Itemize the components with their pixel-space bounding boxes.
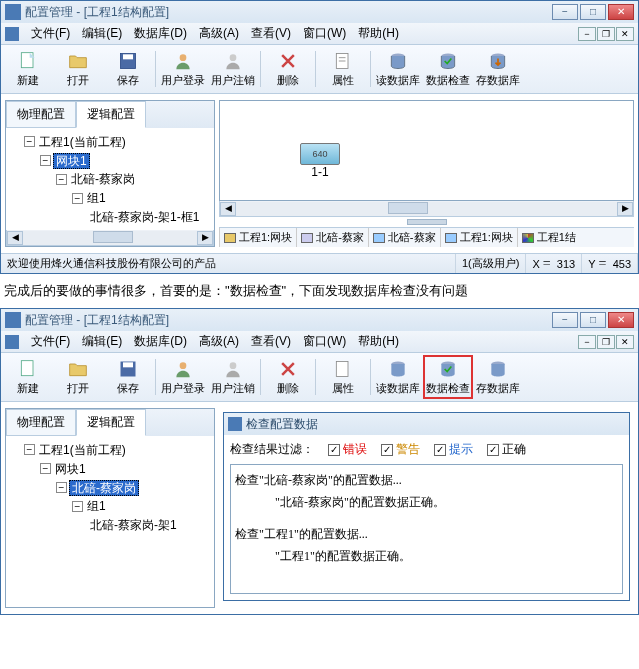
tree-site[interactable]: 北碚-蔡家岗 bbox=[69, 480, 139, 496]
tab-logical[interactable]: 逻辑配置 bbox=[76, 101, 146, 128]
save-button[interactable]: 保存 bbox=[103, 47, 153, 91]
filter-error[interactable]: ✓错误 bbox=[328, 441, 367, 458]
open-button[interactable]: 打开 bbox=[53, 47, 103, 91]
tab-physical[interactable]: 物理配置 bbox=[6, 101, 76, 128]
new-button[interactable]: 新建 bbox=[3, 47, 53, 91]
props-button[interactable]: 属性 bbox=[318, 47, 368, 91]
close-button[interactable]: ✕ bbox=[608, 4, 634, 20]
readdb-button[interactable]: 读数据库 bbox=[373, 47, 423, 91]
menu-help[interactable]: 帮助(H) bbox=[352, 25, 405, 42]
canvas-hscroll[interactable]: ◀ ▶ bbox=[219, 201, 634, 217]
menu-advanced[interactable]: 高级(A) bbox=[193, 333, 245, 350]
toolbar: 新建 打开 保存 用户登录 用户注销 删除 属性 读数据库 数据检查 存数据库 bbox=[1, 45, 638, 94]
checkbox-icon[interactable]: ✓ bbox=[381, 444, 393, 456]
maximize-button[interactable]: □ bbox=[580, 4, 606, 20]
menu-help[interactable]: 帮助(H) bbox=[352, 333, 405, 350]
open-button[interactable]: 打开 bbox=[53, 355, 103, 399]
expand-icon[interactable]: − bbox=[40, 155, 51, 166]
diagram-canvas[interactable]: 640 1-1 bbox=[219, 100, 634, 201]
menu-view[interactable]: 查看(V) bbox=[245, 333, 297, 350]
login-button[interactable]: 用户登录 bbox=[158, 47, 208, 91]
svg-point-15 bbox=[230, 362, 237, 369]
results-pane[interactable]: 检查"北碚-蔡家岗"的配置数据... "北碚-蔡家岗"的配置数据正确。 检查"工… bbox=[230, 464, 623, 594]
menu-edit[interactable]: 编辑(E) bbox=[76, 333, 128, 350]
maximize-button[interactable]: □ bbox=[580, 312, 606, 328]
toolbar: 新建 打开 保存 用户登录 用户注销 删除 属性 读数据库 数据检查 存数据库 bbox=[1, 353, 638, 402]
minimize-button[interactable]: − bbox=[552, 4, 578, 20]
check-button[interactable]: 数据检查 bbox=[423, 355, 473, 399]
savedb-button[interactable]: 存数据库 bbox=[473, 355, 523, 399]
expand-icon[interactable]: − bbox=[72, 501, 83, 512]
expand-icon[interactable]: − bbox=[24, 444, 35, 455]
menu-window[interactable]: 窗口(W) bbox=[297, 25, 352, 42]
menu-view[interactable]: 查看(V) bbox=[245, 25, 297, 42]
expand-icon[interactable]: − bbox=[40, 463, 51, 474]
tree-rack[interactable]: 北碚-蔡家岗-架1-框1 bbox=[88, 210, 201, 224]
login-button[interactable]: 用户登录 bbox=[158, 355, 208, 399]
menu-database[interactable]: 数据库(D) bbox=[128, 333, 193, 350]
app-window-1: 配置管理 - [工程1结构配置] − □ ✕ 文件(F) 编辑(E) 数据库(D… bbox=[0, 0, 639, 274]
splitter[interactable] bbox=[219, 217, 634, 227]
btab-2[interactable]: 北碚-蔡家 bbox=[296, 228, 368, 247]
tab-logical[interactable]: 逻辑配置 bbox=[76, 409, 146, 436]
scroll-right-icon[interactable]: ▶ bbox=[197, 231, 213, 245]
logout-button[interactable]: 用户注销 bbox=[208, 47, 258, 91]
config-tree[interactable]: −工程1(当前工程) −网块1 −北碚-蔡家岗 −组1 北碚-蔡家岗-架1-框1 bbox=[6, 128, 214, 230]
tree-rack[interactable]: 北碚-蔡家岗-架1 bbox=[88, 518, 179, 532]
tree-hscroll[interactable]: ◀ ▶ bbox=[6, 230, 214, 246]
filter-ok[interactable]: ✓正确 bbox=[487, 441, 526, 458]
new-button[interactable]: 新建 bbox=[3, 355, 53, 399]
tab-physical[interactable]: 物理配置 bbox=[6, 409, 76, 436]
mdi-close-button[interactable]: ✕ bbox=[616, 27, 634, 41]
expand-icon[interactable]: − bbox=[24, 136, 35, 147]
menu-window[interactable]: 窗口(W) bbox=[297, 333, 352, 350]
scroll-thumb[interactable] bbox=[93, 231, 133, 243]
logout-button[interactable]: 用户注销 bbox=[208, 355, 258, 399]
mdi-close-button[interactable]: ✕ bbox=[616, 335, 634, 349]
menu-file[interactable]: 文件(F) bbox=[25, 333, 76, 350]
filter-warn[interactable]: ✓警告 bbox=[381, 441, 420, 458]
mdi-restore-button[interactable]: ❐ bbox=[597, 27, 615, 41]
savedb-button[interactable]: 存数据库 bbox=[473, 47, 523, 91]
tree-group[interactable]: 组1 bbox=[85, 191, 108, 205]
expand-icon[interactable]: − bbox=[56, 174, 67, 185]
scroll-left-icon[interactable]: ◀ bbox=[220, 202, 236, 216]
checkbox-icon[interactable]: ✓ bbox=[328, 444, 340, 456]
props-button[interactable]: 属性 bbox=[318, 355, 368, 399]
tree-block[interactable]: 网块1 bbox=[53, 462, 88, 476]
delete-button[interactable]: 删除 bbox=[263, 47, 313, 91]
btab-1[interactable]: 工程1:网块 bbox=[219, 228, 296, 247]
btab-3[interactable]: 北碚-蔡家 bbox=[368, 228, 440, 247]
filter-hint[interactable]: ✓提示 bbox=[434, 441, 473, 458]
btab-4[interactable]: 工程1:网块 bbox=[440, 228, 517, 247]
close-button[interactable]: ✕ bbox=[608, 312, 634, 328]
tree-site[interactable]: 北碚-蔡家岗 bbox=[69, 172, 137, 186]
readdb-button[interactable]: 读数据库 bbox=[373, 355, 423, 399]
expand-icon[interactable]: − bbox=[72, 193, 83, 204]
mdi-min-button[interactable]: − bbox=[578, 27, 596, 41]
scroll-right-icon[interactable]: ▶ bbox=[617, 202, 633, 216]
checkbox-icon[interactable]: ✓ bbox=[487, 444, 499, 456]
tree-project[interactable]: 工程1(当前工程) bbox=[37, 135, 128, 149]
device-icon[interactable]: 640 1-1 bbox=[300, 143, 340, 179]
menu-edit[interactable]: 编辑(E) bbox=[76, 25, 128, 42]
checkbox-icon[interactable]: ✓ bbox=[434, 444, 446, 456]
save-button[interactable]: 保存 bbox=[103, 355, 153, 399]
scroll-thumb[interactable] bbox=[388, 202, 428, 214]
check-button[interactable]: 数据检查 bbox=[423, 47, 473, 91]
menu-advanced[interactable]: 高级(A) bbox=[193, 25, 245, 42]
tree-group[interactable]: 组1 bbox=[85, 499, 108, 513]
delete-button[interactable]: 删除 bbox=[263, 355, 313, 399]
minimize-button[interactable]: − bbox=[552, 312, 578, 328]
btab-5[interactable]: 工程1结 bbox=[517, 228, 580, 247]
mdi-min-button[interactable]: − bbox=[578, 335, 596, 349]
tree-project[interactable]: 工程1(当前工程) bbox=[37, 443, 128, 457]
app-window-2: 配置管理 - [工程1结构配置] − □ ✕ 文件(F) 编辑(E) 数据库(D… bbox=[0, 308, 639, 615]
menu-database[interactable]: 数据库(D) bbox=[128, 25, 193, 42]
scroll-left-icon[interactable]: ◀ bbox=[7, 231, 23, 245]
tree-block[interactable]: 网块1 bbox=[53, 153, 90, 169]
mdi-restore-button[interactable]: ❐ bbox=[597, 335, 615, 349]
menu-file[interactable]: 文件(F) bbox=[25, 25, 76, 42]
config-tree[interactable]: −工程1(当前工程) −网块1 −北碚-蔡家岗 −组1 北碚-蔡家岗-架1 bbox=[6, 436, 214, 607]
expand-icon[interactable]: − bbox=[56, 482, 67, 493]
